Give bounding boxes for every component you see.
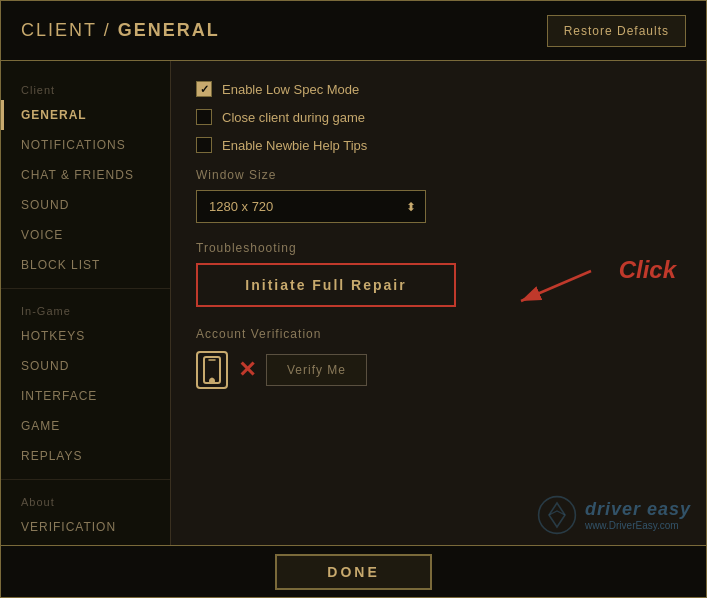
label-close-client: Close client during game [222,110,365,125]
sidebar-section-about: About [1,488,170,512]
done-button[interactable]: DONE [275,554,431,590]
svg-rect-0 [204,357,220,383]
sidebar-section-ingame: In-Game [1,297,170,321]
sidebar-divider [1,288,170,289]
sidebar-item-hotkeys[interactable]: HOTKEYS [1,321,170,351]
sidebar-item-notifications[interactable]: NOTIFICATIONS [1,130,170,160]
checkbox-row-newbie-help: Enable Newbie Help Tips [196,137,681,153]
sidebar-item-voice[interactable]: VOICE [1,220,170,250]
checkbox-row-low-spec: Enable Low Spec Mode [196,81,681,97]
checkbox-low-spec[interactable] [196,81,212,97]
window-size-select[interactable]: 1280 x 720 1920 x 1080 1024 x 768 [196,190,426,223]
svg-point-1 [211,378,214,381]
watermark-text-block: driver easy www.DriverEasy.com [585,499,691,531]
checkbox-row-close-client: Close client during game [196,109,681,125]
checkbox-newbie-help[interactable] [196,137,212,153]
label-low-spec: Enable Low Spec Mode [222,82,359,97]
label-newbie-help: Enable Newbie Help Tips [222,138,367,153]
sidebar-item-game[interactable]: GAME [1,411,170,441]
header: CLIENT / GENERAL Restore Defaults [1,1,706,61]
sidebar-item-interface[interactable]: INTERFACE [1,381,170,411]
click-arrow-svg [501,256,611,316]
account-icons-row: ✕ Verify Me [196,351,681,389]
sidebar-item-sound-client[interactable]: SOUND [1,190,170,220]
verify-me-button[interactable]: Verify Me [266,354,367,386]
sidebar-item-sound-ingame[interactable]: SOUND [1,351,170,381]
svg-line-4 [521,271,591,301]
watermark-url: www.DriverEasy.com [585,520,691,531]
watermark: driver easy www.DriverEasy.com [537,495,691,535]
initiate-full-repair-button[interactable]: Initiate Full Repair [196,263,456,307]
sidebar-item-verification[interactable]: VERIFICATION [1,512,170,542]
app-window: CLIENT / GENERAL Restore Defaults Client… [0,0,707,598]
title-bold: GENERAL [118,20,220,40]
page-title: CLIENT / GENERAL [21,20,220,41]
sidebar-item-general[interactable]: GENERAL [1,100,170,130]
account-verification-section: Account Verification ✕ Verify Me [196,327,681,389]
watermark-name: driver easy [585,499,691,520]
troubleshooting-label: Troubleshooting [196,241,681,255]
sidebar-item-block-list[interactable]: BLOCK LIST [1,250,170,280]
sidebar: Client GENERAL NOTIFICATIONS CHAT & FRIE… [1,61,171,545]
main-content: Client GENERAL NOTIFICATIONS CHAT & FRIE… [1,61,706,545]
sidebar-divider-2 [1,479,170,480]
restore-defaults-button[interactable]: Restore Defaults [547,15,686,47]
sidebar-section-client: Client [1,76,170,100]
window-size-wrapper: 1280 x 720 1920 x 1080 1024 x 768 ⬍ [196,190,426,223]
phone-icon [196,351,228,389]
footer: DONE [1,545,706,597]
account-verification-label: Account Verification [196,327,681,341]
x-mark-icon: ✕ [238,357,256,383]
content-area: Enable Low Spec Mode Close client during… [171,61,706,545]
checkbox-close-client[interactable] [196,109,212,125]
click-text: Click [619,256,676,284]
watermark-logo-svg [537,495,577,535]
sidebar-item-chat-friends[interactable]: CHAT & FRIENDS [1,160,170,190]
sidebar-item-replays[interactable]: REPLAYS [1,441,170,471]
click-annotation: Click [619,256,676,284]
window-size-label: Window Size [196,168,681,182]
title-prefix: CLIENT / [21,20,118,40]
phone-svg [203,356,221,384]
